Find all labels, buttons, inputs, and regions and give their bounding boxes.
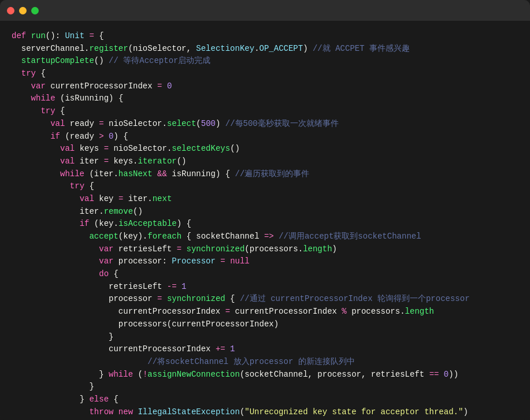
code-line: //将socketChannel 放入processor 的新连接队列中 <box>12 356 518 369</box>
code-line: startupComplete() // 等待Acceptor启动完成 <box>12 55 518 68</box>
titlebar <box>0 0 530 21</box>
code-line: iter.remove() <box>12 206 518 218</box>
code-line: currentProcessorIndex = currentProcessor… <box>12 306 518 318</box>
code-line: var processor: Processor = null <box>12 255 518 268</box>
code-line: val key = iter.next <box>12 193 518 206</box>
code-line: do { <box>12 268 518 281</box>
code-line: } <box>12 381 518 393</box>
code-line: currentProcessorIndex += 1 <box>12 343 518 356</box>
code-line: accept(key).foreach { socketChannel => /… <box>12 231 518 243</box>
maximize-button[interactable] <box>31 7 39 14</box>
code-line: try { <box>12 68 518 80</box>
code-line: retriesLeft -= 1 <box>12 281 518 293</box>
code-line: val keys = nioSelector.selectedKeys() <box>12 143 518 155</box>
code-line: if (key.isAcceptable) { <box>12 218 518 231</box>
main-window: def run(): Unit = { serverChannel.regist… <box>0 0 530 420</box>
code-editor: def run(): Unit = { serverChannel.regist… <box>0 21 530 420</box>
code-line: while (iter.hasNext && isRunning) { //遍历… <box>12 168 518 181</box>
code-line: def run(): Unit = { <box>12 30 518 43</box>
code-line: var currentProcessorIndex = 0 <box>12 80 518 93</box>
code-line: try { <box>12 105 518 118</box>
minimize-button[interactable] <box>19 7 27 14</box>
code-line: throw new IllegalStateException("Unrecog… <box>12 406 518 419</box>
code-line: processor = synchronized { //通过 currentP… <box>12 293 518 306</box>
code-line: try { <box>12 180 518 193</box>
code-line: processors(currentProcessorIndex) <box>12 318 518 331</box>
code-line: serverChannel.register(nioSelector, Sele… <box>12 43 518 55</box>
close-button[interactable] <box>7 7 14 14</box>
code-line: } while (!assignNewConnection(socketChan… <box>12 369 518 381</box>
code-line: while (isRunning) { <box>12 92 518 105</box>
code-line: } <box>12 331 518 344</box>
code-line: var retriesLeft = synchronized(processor… <box>12 243 518 256</box>
code-line: } else { <box>12 393 518 406</box>
code-line: val iter = keys.iterator() <box>12 155 518 168</box>
code-line: val ready = nioSelector.select(500) //每5… <box>12 118 518 131</box>
code-line: if (ready > 0) { <box>12 131 518 143</box>
